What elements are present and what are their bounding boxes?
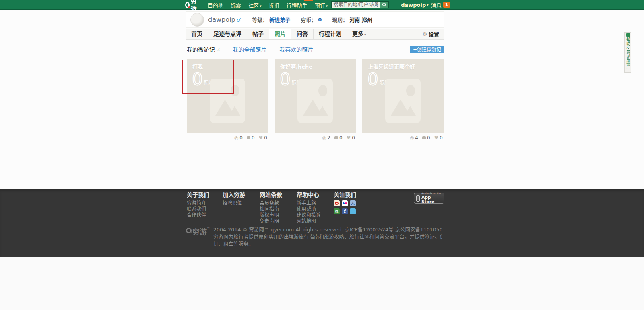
comments-icon	[334, 136, 338, 139]
description-line-2: 订、租车等服务。	[213, 241, 442, 248]
tab-footprints-reviews[interactable]: 足迹与点评	[208, 29, 247, 39]
coin-label: 穷币：	[301, 16, 316, 23]
views-icon: ◎	[410, 135, 414, 141]
views-icon: ◎	[322, 135, 326, 141]
album-stats: ◎0 0 ♥0	[187, 135, 268, 141]
residence-label: 现居：	[332, 16, 348, 23]
footer-link[interactable]: 招聘职位	[223, 200, 260, 206]
left-arrow-icon: ←	[626, 67, 630, 71]
settings-button[interactable]: ⚙ 设置	[422, 29, 444, 39]
my-trip-notes-label[interactable]: 我的微游记	[187, 45, 215, 53]
likes-count: 0	[352, 135, 355, 141]
my-trip-notes-count: 3	[217, 46, 220, 52]
page-bottom-area	[0, 257, 644, 310]
weibo-icon[interactable]	[334, 200, 340, 206]
settings-label: 设置	[429, 30, 439, 38]
tab-trip-plans[interactable]: 行程计划	[314, 29, 347, 39]
chevron-down-icon: ▾	[326, 4, 328, 8]
nav-item-booking[interactable]: 预订▾	[315, 1, 328, 9]
footer: 关于我们 穷游简介 联系我们 合作伙伴 加入穷游 招聘职位 网站条款 会员条款 …	[0, 189, 644, 257]
nav-item-guides[interactable]: 锦囊	[231, 1, 241, 9]
level-value-link[interactable]: 新进弟子	[269, 16, 290, 23]
create-trip-note-button[interactable]: +创建微游记	[410, 46, 444, 53]
footer-column-terms: 网站条款 会员条款 社区指南 版权声明 免责声明	[260, 191, 297, 225]
album-photo-count: 0	[280, 71, 291, 88]
copyright-line: 2004-2014 © 穷游网™ qyer.com All rights res…	[213, 226, 442, 233]
likes-icon: ♥	[347, 135, 351, 141]
footer-link[interactable]: 会员条款	[260, 200, 297, 206]
gear-icon: ⚙	[422, 31, 427, 37]
tab-qa[interactable]: 问答	[291, 29, 314, 39]
flickr-icon[interactable]	[342, 200, 348, 206]
level-label: 等级：	[252, 16, 268, 23]
footer-link[interactable]: 免责声明	[260, 218, 297, 225]
nav-item-trip-assistant[interactable]: 行程助手NEW	[287, 1, 308, 9]
footer-column-title: 关于我们	[187, 191, 223, 198]
footer-link[interactable]: 穷游简介	[187, 200, 223, 206]
description-line-1: 穷游网为旅行者提供原创实用的出境游旅行指南和旅游攻略、旅行社区和问答交流平台，并…	[213, 233, 442, 241]
footer-qyer-logo-icon	[186, 228, 192, 233]
search-box	[331, 1, 389, 8]
new-badge: NEW	[304, 0, 313, 1]
footer-column-title: 网站条款	[260, 191, 297, 198]
nav-username[interactable]: dawpoip	[401, 2, 426, 8]
search-input[interactable]	[331, 1, 380, 8]
douban-icon[interactable]: 豆	[334, 208, 340, 214]
comments-count: 0	[427, 135, 430, 141]
comments-count: 0	[252, 135, 255, 141]
messages-count-badge[interactable]: 1	[443, 2, 450, 8]
album-card-wrap: 你好啊.hehe 0 照片 ◎2 0 ♥0	[275, 59, 356, 141]
footer-link[interactable]: 使用帮助	[297, 206, 334, 212]
comments-count: 0	[339, 135, 343, 141]
avatar[interactable]	[190, 13, 204, 27]
profile-username: dawpoip	[208, 16, 235, 23]
album-card[interactable]: 上海牙齿矫正哪个好 0 照片	[362, 59, 444, 133]
coin-value: 0	[318, 17, 322, 23]
tab-photos[interactable]: 照片	[269, 29, 291, 39]
comments-icon	[247, 136, 250, 139]
footer-link[interactable]: 社区指南	[260, 206, 297, 212]
appstore-line2: App Store	[421, 195, 442, 204]
views-count: 0	[239, 135, 243, 141]
album-stats: ◎4 0 ♥0	[362, 135, 444, 141]
views-count: 4	[415, 135, 418, 141]
views-icon: ◎	[234, 135, 238, 141]
nav-item-community[interactable]: 社区▾	[248, 1, 262, 9]
liked-photos-link[interactable]: 我喜欢的照片	[279, 45, 313, 53]
album-stats: ◎2 0 ♥0	[275, 135, 356, 141]
nav-messages-link[interactable]: 消息	[431, 1, 442, 9]
tab-home[interactable]: 首页	[186, 29, 208, 39]
feedback-side-tab[interactable]: 帮助&意见反馈 ←	[624, 32, 631, 73]
footer-column-title: 加入穷游	[223, 191, 260, 198]
nav-item-deals[interactable]: 折扣	[269, 1, 279, 9]
feedback-tab-label: 帮助&意见反馈	[626, 37, 630, 66]
image-placeholder-icon	[297, 79, 333, 123]
footer-link[interactable]: 建议和投诉	[297, 212, 334, 218]
top-navbar: 穷游 目的地 锦囊 社区▾ 折扣 行程助手NEW 预订▾ dawpoip ▾ 消…	[0, 0, 644, 10]
all-photos-link[interactable]: 我的全部照片	[233, 45, 266, 53]
footer-link[interactable]: 新手上路	[297, 200, 334, 206]
album-card[interactable]: 你好啊.hehe 0 照片	[275, 59, 356, 133]
facebook-icon[interactable]: f	[342, 208, 348, 214]
footer-link[interactable]: 联系我们	[187, 206, 223, 212]
footer-link[interactable]: 版权声明	[260, 212, 297, 218]
tab-more[interactable]: 更多▾	[347, 29, 372, 39]
twitter-icon[interactable]	[350, 208, 356, 214]
profile-header: dawpoip ♂ 等级： 新进弟子 穷币： 0 现居： 河南 郑州	[186, 11, 444, 28]
image-placeholder-icon	[385, 79, 421, 123]
qyer-logo-icon	[185, 2, 190, 8]
appstore-badge[interactable]: Available on the App Store	[414, 193, 444, 204]
footer-link[interactable]: 网站地图	[297, 218, 334, 225]
footer-column-follow: 关注我们 人 豆 f	[334, 191, 382, 225]
nav-item-destinations[interactable]: 目的地	[208, 1, 223, 9]
search-button[interactable]	[380, 1, 389, 8]
trademark-symbol: ™	[207, 227, 210, 231]
tab-posts[interactable]: 帖子	[247, 29, 269, 39]
likes-count: 0	[440, 135, 443, 141]
chevron-down-icon[interactable]: ▾	[427, 3, 429, 7]
renren-icon[interactable]: 人	[350, 200, 356, 206]
footer-column-about: 关于我们 穷游简介 联系我们 合作伙伴	[187, 191, 223, 225]
footer-link[interactable]: 合作伙伴	[187, 212, 223, 218]
footer-column-help: 帮助中心 新手上路 使用帮助 建议和投诉 网站地图	[297, 191, 334, 225]
footer-qyer-logo: 穷游 ™	[186, 226, 210, 248]
